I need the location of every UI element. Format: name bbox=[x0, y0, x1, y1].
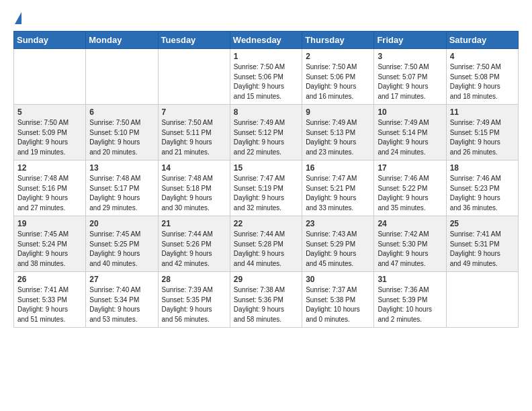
calendar-cell: 8Sunrise: 7:49 AM Sunset: 5:12 PM Daylig… bbox=[230, 105, 302, 161]
day-info: Sunrise: 7:47 AM Sunset: 5:19 PM Dayligh… bbox=[234, 174, 298, 213]
day-number: 25 bbox=[450, 219, 515, 228]
day-number: 1 bbox=[234, 52, 298, 61]
day-number: 14 bbox=[162, 163, 226, 173]
page: SundayMondayTuesdayWednesdayThursdayFrid… bbox=[0, 0, 532, 340]
day-info: Sunrise: 7:48 AM Sunset: 5:16 PM Dayligh… bbox=[17, 174, 82, 213]
day-info: Sunrise: 7:39 AM Sunset: 5:35 PM Dayligh… bbox=[162, 285, 226, 324]
calendar-cell: 4Sunrise: 7:50 AM Sunset: 5:08 PM Daylig… bbox=[446, 49, 518, 105]
day-info: Sunrise: 7:49 AM Sunset: 5:14 PM Dayligh… bbox=[378, 118, 442, 157]
header bbox=[13, 12, 519, 24]
calendar-cell: 24Sunrise: 7:42 AM Sunset: 5:30 PM Dayli… bbox=[374, 216, 446, 272]
week-row-4: 19Sunrise: 7:45 AM Sunset: 5:24 PM Dayli… bbox=[14, 216, 519, 272]
calendar-cell: 28Sunrise: 7:39 AM Sunset: 5:35 PM Dayli… bbox=[158, 272, 230, 328]
day-number: 22 bbox=[234, 219, 298, 228]
day-info: Sunrise: 7:49 AM Sunset: 5:12 PM Dayligh… bbox=[234, 118, 298, 157]
day-number: 9 bbox=[306, 107, 370, 117]
day-number: 27 bbox=[89, 275, 154, 284]
calendar-cell: 25Sunrise: 7:41 AM Sunset: 5:31 PM Dayli… bbox=[446, 216, 518, 272]
calendar-cell: 22Sunrise: 7:44 AM Sunset: 5:28 PM Dayli… bbox=[230, 216, 302, 272]
week-row-2: 5Sunrise: 7:50 AM Sunset: 5:09 PM Daylig… bbox=[14, 105, 519, 161]
day-info: Sunrise: 7:50 AM Sunset: 5:10 PM Dayligh… bbox=[89, 118, 154, 157]
calendar-cell: 5Sunrise: 7:50 AM Sunset: 5:09 PM Daylig… bbox=[14, 105, 86, 161]
calendar-cell: 2Sunrise: 7:50 AM Sunset: 5:06 PM Daylig… bbox=[302, 49, 374, 105]
day-info: Sunrise: 7:45 AM Sunset: 5:24 PM Dayligh… bbox=[17, 230, 82, 269]
day-number: 23 bbox=[306, 219, 370, 228]
day-info: Sunrise: 7:50 AM Sunset: 5:06 PM Dayligh… bbox=[234, 62, 298, 101]
day-number: 26 bbox=[17, 275, 82, 284]
day-number: 4 bbox=[450, 52, 515, 61]
weekday-sunday: Sunday bbox=[14, 32, 86, 49]
day-number: 28 bbox=[162, 275, 226, 284]
day-number: 30 bbox=[306, 275, 370, 284]
weekday-wednesday: Wednesday bbox=[230, 32, 302, 49]
calendar-cell: 16Sunrise: 7:47 AM Sunset: 5:21 PM Dayli… bbox=[302, 161, 374, 216]
day-info: Sunrise: 7:38 AM Sunset: 5:36 PM Dayligh… bbox=[234, 285, 298, 324]
calendar-cell bbox=[14, 49, 86, 105]
calendar-cell: 19Sunrise: 7:45 AM Sunset: 5:24 PM Dayli… bbox=[14, 216, 86, 272]
calendar-cell: 14Sunrise: 7:48 AM Sunset: 5:18 PM Dayli… bbox=[158, 161, 230, 216]
day-number: 2 bbox=[306, 52, 370, 61]
day-number: 5 bbox=[17, 107, 82, 117]
day-info: Sunrise: 7:43 AM Sunset: 5:29 PM Dayligh… bbox=[306, 230, 370, 269]
day-info: Sunrise: 7:50 AM Sunset: 5:11 PM Dayligh… bbox=[162, 118, 226, 157]
calendar-cell: 29Sunrise: 7:38 AM Sunset: 5:36 PM Dayli… bbox=[230, 272, 302, 328]
weekday-tuesday: Tuesday bbox=[158, 32, 230, 49]
day-number: 21 bbox=[162, 219, 226, 228]
calendar-cell bbox=[158, 49, 230, 105]
day-info: Sunrise: 7:46 AM Sunset: 5:22 PM Dayligh… bbox=[378, 174, 442, 213]
day-info: Sunrise: 7:49 AM Sunset: 5:13 PM Dayligh… bbox=[306, 118, 370, 157]
calendar-cell: 27Sunrise: 7:40 AM Sunset: 5:34 PM Dayli… bbox=[86, 272, 158, 328]
day-number: 10 bbox=[378, 107, 442, 117]
calendar-cell bbox=[86, 49, 158, 105]
week-row-3: 12Sunrise: 7:48 AM Sunset: 5:16 PM Dayli… bbox=[14, 161, 519, 216]
day-info: Sunrise: 7:50 AM Sunset: 5:08 PM Dayligh… bbox=[450, 62, 515, 101]
week-row-5: 26Sunrise: 7:41 AM Sunset: 5:33 PM Dayli… bbox=[14, 272, 519, 328]
day-number: 19 bbox=[17, 219, 82, 228]
day-number: 29 bbox=[234, 275, 298, 284]
day-info: Sunrise: 7:44 AM Sunset: 5:28 PM Dayligh… bbox=[234, 230, 298, 269]
day-info: Sunrise: 7:44 AM Sunset: 5:26 PM Dayligh… bbox=[162, 230, 226, 269]
calendar-cell: 9Sunrise: 7:49 AM Sunset: 5:13 PM Daylig… bbox=[302, 105, 374, 161]
day-info: Sunrise: 7:46 AM Sunset: 5:23 PM Dayligh… bbox=[450, 174, 515, 213]
logo bbox=[13, 12, 21, 24]
weekday-monday: Monday bbox=[86, 32, 158, 49]
day-number: 17 bbox=[378, 163, 442, 173]
day-number: 16 bbox=[306, 163, 370, 173]
day-info: Sunrise: 7:36 AM Sunset: 5:39 PM Dayligh… bbox=[378, 285, 442, 324]
day-info: Sunrise: 7:47 AM Sunset: 5:21 PM Dayligh… bbox=[306, 174, 370, 213]
day-number: 24 bbox=[378, 219, 442, 228]
day-info: Sunrise: 7:49 AM Sunset: 5:15 PM Dayligh… bbox=[450, 118, 515, 157]
day-info: Sunrise: 7:45 AM Sunset: 5:25 PM Dayligh… bbox=[89, 230, 154, 269]
calendar-cell: 21Sunrise: 7:44 AM Sunset: 5:26 PM Dayli… bbox=[158, 216, 230, 272]
weekday-saturday: Saturday bbox=[446, 32, 518, 49]
calendar-cell: 13Sunrise: 7:48 AM Sunset: 5:17 PM Dayli… bbox=[86, 161, 158, 216]
day-number: 18 bbox=[450, 163, 515, 173]
day-number: 6 bbox=[89, 107, 154, 117]
calendar-cell: 6Sunrise: 7:50 AM Sunset: 5:10 PM Daylig… bbox=[86, 105, 158, 161]
logo-triangle-icon bbox=[15, 12, 21, 24]
weekday-thursday: Thursday bbox=[302, 32, 374, 49]
calendar-table: SundayMondayTuesdayWednesdayThursdayFrid… bbox=[13, 31, 519, 328]
calendar-cell: 12Sunrise: 7:48 AM Sunset: 5:16 PM Dayli… bbox=[14, 161, 86, 216]
calendar-cell: 3Sunrise: 7:50 AM Sunset: 5:07 PM Daylig… bbox=[374, 49, 446, 105]
calendar-cell: 23Sunrise: 7:43 AM Sunset: 5:29 PM Dayli… bbox=[302, 216, 374, 272]
day-number: 8 bbox=[234, 107, 298, 117]
weekday-header-row: SundayMondayTuesdayWednesdayThursdayFrid… bbox=[14, 32, 519, 49]
day-number: 3 bbox=[378, 52, 442, 61]
calendar-cell: 15Sunrise: 7:47 AM Sunset: 5:19 PM Dayli… bbox=[230, 161, 302, 216]
day-info: Sunrise: 7:42 AM Sunset: 5:30 PM Dayligh… bbox=[378, 230, 442, 269]
calendar-cell: 20Sunrise: 7:45 AM Sunset: 5:25 PM Dayli… bbox=[86, 216, 158, 272]
calendar-cell: 31Sunrise: 7:36 AM Sunset: 5:39 PM Dayli… bbox=[374, 272, 446, 328]
calendar-cell: 30Sunrise: 7:37 AM Sunset: 5:38 PM Dayli… bbox=[302, 272, 374, 328]
day-number: 13 bbox=[89, 163, 154, 173]
calendar-cell: 17Sunrise: 7:46 AM Sunset: 5:22 PM Dayli… bbox=[374, 161, 446, 216]
calendar-cell: 7Sunrise: 7:50 AM Sunset: 5:11 PM Daylig… bbox=[158, 105, 230, 161]
day-number: 20 bbox=[89, 219, 154, 228]
calendar-cell: 1Sunrise: 7:50 AM Sunset: 5:06 PM Daylig… bbox=[230, 49, 302, 105]
day-info: Sunrise: 7:41 AM Sunset: 5:33 PM Dayligh… bbox=[17, 285, 82, 324]
day-number: 12 bbox=[17, 163, 82, 173]
day-info: Sunrise: 7:50 AM Sunset: 5:07 PM Dayligh… bbox=[378, 62, 442, 101]
calendar-cell: 11Sunrise: 7:49 AM Sunset: 5:15 PM Dayli… bbox=[446, 105, 518, 161]
day-info: Sunrise: 7:50 AM Sunset: 5:06 PM Dayligh… bbox=[306, 62, 370, 101]
calendar-cell bbox=[446, 272, 518, 328]
